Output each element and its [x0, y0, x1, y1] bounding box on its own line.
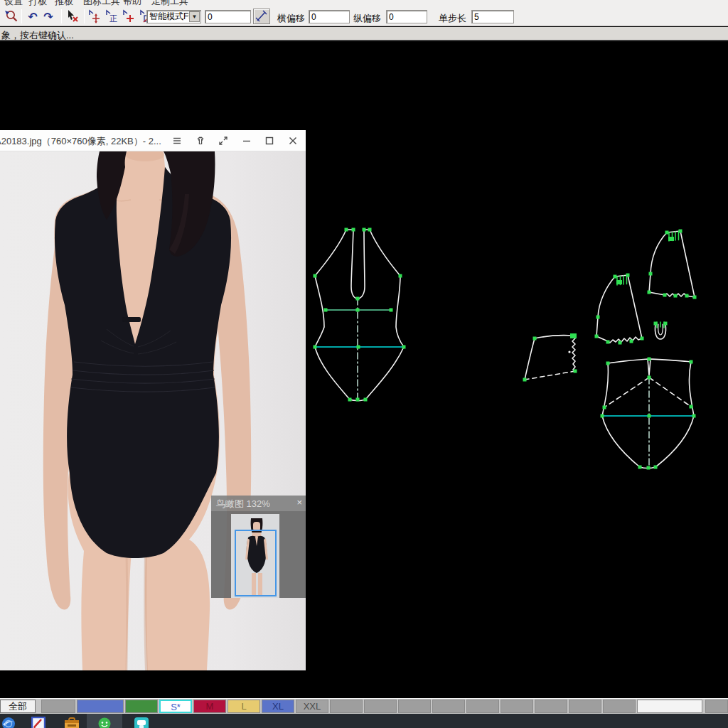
shirt-icon — [195, 135, 206, 146]
taskbar-wechat-icon[interactable] — [97, 717, 112, 728]
birdview-window: 鸟瞰图 132% × — [211, 496, 306, 598]
image-window-title: A20183.jpg（760×760像素, 22KB）- 2... — [0, 135, 161, 148]
taskbar-cad-editor-icon[interactable] — [31, 717, 46, 728]
size-segment-15[interactable] — [569, 700, 601, 713]
grade-align-button[interactable]: 正 — [104, 9, 119, 24]
size-segment-XL[interactable]: XL — [262, 700, 294, 713]
size-segment-2[interactable] — [125, 700, 158, 713]
menu-bar: 设置打板推板图标工具帮助定制工具 — [0, 0, 728, 7]
svg-text:正: 正 — [109, 14, 117, 23]
undo-icon: ↶ — [28, 10, 37, 23]
maximize-icon — [264, 135, 275, 146]
menu-item-1[interactable]: 打板 — [28, 0, 47, 7]
expand-icon — [218, 135, 229, 146]
grade-add-button[interactable] — [121, 9, 136, 24]
mode-select[interactable]: 智能模式F5 ▼ — [146, 10, 201, 23]
menu-item-4[interactable]: 帮助 — [123, 0, 141, 7]
size-segment-17[interactable] — [637, 700, 702, 713]
drafting-canvas[interactable]: A20183.jpg（760×760像素, 22KB）- 2... — [0, 41, 728, 698]
application-window: 设置打板推板图标工具帮助定制工具 ↶ ↷ — [0, 0, 728, 728]
minimize-icon — [241, 135, 252, 146]
size-segment-8[interactable] — [330, 700, 363, 713]
size-segment-16[interactable] — [603, 700, 636, 713]
close-button[interactable] — [286, 134, 300, 148]
birdview-close-icon[interactable]: × — [296, 497, 302, 508]
step-input[interactable]: 5 — [471, 10, 514, 23]
menu-item-3[interactable]: 图标工具 — [83, 0, 120, 7]
pattern-piece-top-middle[interactable] — [596, 275, 642, 343]
grade-move-icon — [87, 9, 102, 23]
status-message: 象，按右键确认... — [1, 29, 74, 42]
pattern-piece-front-body[interactable] — [315, 230, 404, 401]
redo-icon: ↷ — [43, 10, 53, 23]
undo-button[interactable]: ↶ — [26, 9, 40, 24]
menu-item-0[interactable]: 设置 — [4, 0, 23, 7]
x-offset-input[interactable]: 0 — [309, 10, 350, 23]
mode-select-value: 智能模式F5 — [149, 11, 193, 23]
size-segment-XXL[interactable]: XXL — [296, 700, 328, 713]
image-window-titlebar[interactable]: A20183.jpg（760×760像素, 22KB）- 2... — [0, 130, 306, 151]
delete-select-button[interactable] — [64, 9, 81, 24]
pattern-piece-side-panel[interactable] — [525, 333, 577, 380]
birdview-viewport-rect[interactable] — [235, 530, 277, 596]
birdview-thumbnail — [231, 514, 279, 598]
menu-item-2[interactable]: 推板 — [55, 0, 73, 7]
y-offset-input[interactable]: 0 — [386, 10, 427, 23]
menu-item-5[interactable]: 定制工具 — [151, 0, 188, 7]
redo-button[interactable]: ↷ — [41, 9, 55, 24]
size-bar: 全部 S*MLXLXXL — [0, 698, 728, 714]
grade-align-icon: 正 — [105, 9, 119, 23]
adjust-tool-button[interactable] — [253, 9, 270, 24]
mode-dropdown-arrow[interactable]: ▼ — [189, 11, 200, 22]
size-segment-S*[interactable]: S* — [159, 700, 192, 713]
size-segment-10[interactable] — [398, 700, 431, 713]
grading-points — [314, 228, 697, 470]
toolbar: ↶ ↷ 正 — [0, 7, 728, 26]
grade-move-button[interactable] — [87, 9, 102, 24]
status-bar: 象，按右键确认... — [0, 27, 728, 41]
taskbar-toolbox-icon[interactable] — [64, 717, 80, 728]
grade-add-icon — [122, 9, 136, 23]
open-with-button[interactable] — [193, 134, 208, 148]
size-segment-L[interactable]: L — [228, 700, 260, 713]
maximize-button[interactable] — [262, 134, 277, 148]
size-segment-12[interactable] — [466, 700, 499, 713]
taskbar-browser-icon[interactable] — [1, 717, 16, 728]
size-segment-1[interactable] — [77, 700, 124, 713]
size-segment-9[interactable] — [364, 700, 397, 713]
size-segment-14[interactable] — [535, 700, 567, 713]
taskbar-files-icon[interactable] — [134, 717, 149, 728]
pattern-piece-top-right[interactable] — [649, 231, 695, 297]
step-label: 单步长 — [439, 12, 466, 25]
fullscreen-button[interactable] — [216, 134, 230, 148]
x-offset-label: 横偏移 — [277, 12, 305, 25]
value-input[interactable]: 0 — [205, 10, 251, 23]
window-menu-button[interactable] — [170, 134, 184, 148]
birdview-titlebar[interactable]: 鸟瞰图 132% × — [211, 496, 306, 511]
birdview-body — [211, 511, 306, 598]
size-segment-18[interactable] — [705, 700, 728, 713]
birdview-title: 鸟瞰图 132% — [216, 498, 270, 510]
cursor-delete-icon — [65, 9, 80, 23]
hamburger-icon — [171, 135, 183, 146]
size-all-button[interactable]: 全部 — [0, 700, 36, 713]
magnifier-icon — [4, 9, 18, 23]
size-segment-11[interactable] — [432, 700, 465, 713]
close-icon — [287, 135, 299, 146]
pattern-piece-bottom[interactable] — [602, 359, 694, 469]
minimize-button[interactable] — [240, 134, 254, 148]
size-segment-0[interactable] — [41, 700, 75, 713]
diagonal-line-icon — [255, 10, 268, 23]
y-offset-label: 纵偏移 — [353, 12, 381, 25]
system-taskbar — [0, 714, 728, 728]
zoom-tool-button[interactable] — [3, 9, 20, 24]
size-segment-M[interactable]: M — [193, 700, 226, 713]
size-segment-13[interactable] — [500, 700, 533, 713]
